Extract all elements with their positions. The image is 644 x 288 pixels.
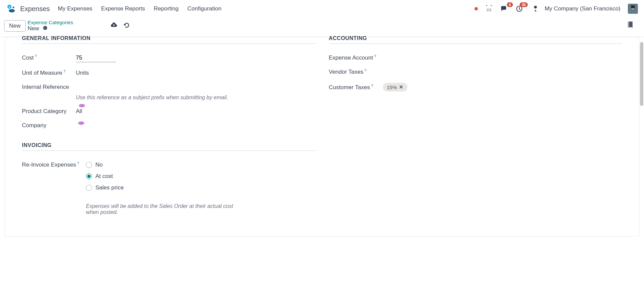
company-label: Company	[22, 122, 47, 129]
svg-text:$: $	[9, 5, 10, 8]
svg-rect-13	[631, 7, 635, 8]
svg-point-4	[487, 9, 488, 10]
recording-indicator-icon	[474, 7, 478, 10]
app-title[interactable]: Expenses	[20, 5, 50, 13]
tools-icon[interactable]	[530, 5, 537, 12]
control-bar: New Expense Categories New	[0, 17, 644, 37]
svg-point-8	[489, 10, 490, 11]
svg-point-9	[490, 10, 491, 11]
section-invoicing-title: INVOICING	[22, 142, 315, 151]
radio-no[interactable]	[86, 162, 92, 168]
internal-ref-label: Internal Reference	[22, 84, 69, 90]
top-navbar: $ Expenses My Expenses Expense Reports R…	[0, 0, 644, 17]
reinvoice-radio-group: No At cost Sales price Expenses will be …	[86, 161, 315, 215]
bookmark-icon[interactable]	[627, 22, 633, 30]
activities-badge: 36	[520, 2, 528, 7]
form-sheet: GENERAL INFORMATION Cost? Unit of Measur…	[5, 37, 639, 237]
uom-value[interactable]: Units	[76, 70, 315, 76]
svg-point-16	[78, 121, 84, 125]
vendor-taxes-label: Vendor Taxes	[329, 69, 364, 75]
radio-at-cost-label: At cost	[95, 173, 113, 180]
decorative-blob-icon	[79, 103, 85, 108]
cloud-save-icon[interactable]	[110, 22, 118, 29]
new-button[interactable]: New	[4, 20, 26, 32]
customer-tax-tag[interactable]: 15% ✕	[383, 83, 407, 92]
app-logo[interactable]: $	[6, 4, 16, 13]
help-icon[interactable]: ?	[77, 161, 79, 165]
breadcrumb-current: New	[28, 25, 39, 32]
help-icon[interactable]: ?	[374, 54, 376, 58]
nav-reporting[interactable]: Reporting	[154, 5, 179, 12]
internal-ref-hint: Use this reference as a subject prefix w…	[76, 95, 315, 101]
svg-point-6	[490, 9, 491, 10]
company-value[interactable]	[76, 122, 78, 129]
svg-point-7	[487, 10, 488, 11]
activities-icon[interactable]: 36	[516, 5, 523, 12]
help-icon[interactable]: ?	[35, 54, 37, 58]
cost-label: Cost	[22, 55, 34, 61]
breadcrumb-parent-link[interactable]: Expense Categories	[28, 20, 73, 25]
product-category-value[interactable]: All	[76, 108, 82, 114]
reinvoice-help-text: Expenses will be added to the Sales Orde…	[86, 203, 241, 215]
scrollbar-thumb[interactable]	[640, 42, 643, 106]
radio-no-label: No	[95, 161, 103, 168]
radio-sales-price[interactable]	[86, 185, 92, 191]
tag-remove-icon[interactable]: ✕	[399, 84, 403, 90]
svg-point-3	[13, 7, 14, 8]
svg-point-5	[489, 9, 490, 10]
customer-tax-tag-label: 15%	[387, 84, 397, 90]
messages-badge: 6	[507, 2, 513, 7]
svg-rect-14	[631, 5, 635, 7]
help-icon[interactable]: ?	[63, 69, 65, 73]
radio-sales-price-label: Sales price	[95, 184, 124, 191]
cost-input[interactable]	[76, 55, 116, 62]
discard-icon[interactable]	[124, 22, 130, 29]
messages-icon[interactable]: 6	[500, 5, 508, 12]
expense-account-label: Expense Account	[329, 55, 373, 61]
nav-expense-reports[interactable]: Expense Reports	[101, 5, 145, 12]
apps-icon[interactable]	[485, 5, 493, 12]
nav-my-expenses[interactable]: My Expenses	[58, 5, 92, 12]
company-selector[interactable]: My Company (San Francisco)	[545, 5, 620, 12]
user-avatar[interactable]	[628, 4, 638, 14]
svg-point-2	[9, 9, 15, 12]
section-accounting-title: ACCOUNTING	[329, 35, 622, 44]
uom-label: Unit of Measure	[22, 70, 62, 76]
main-nav: My Expenses Expense Reports Reporting Co…	[58, 5, 221, 12]
decorative-blob-icon	[78, 121, 85, 125]
help-icon[interactable]: ?	[364, 68, 366, 72]
svg-point-15	[79, 104, 85, 107]
gear-icon[interactable]	[42, 26, 48, 32]
nav-configuration[interactable]: Configuration	[187, 5, 221, 12]
customer-taxes-label: Customer Taxes	[329, 84, 370, 91]
reinvoice-label: Re-Invoice Expenses	[22, 161, 76, 168]
help-icon[interactable]: ?	[371, 84, 373, 88]
radio-at-cost[interactable]	[86, 173, 92, 179]
top-icon-tray: 6 36 My Company (San Francisco)	[474, 4, 638, 14]
product-category-label: Product Category	[22, 108, 66, 114]
section-general-title: GENERAL INFORMATION	[22, 35, 315, 44]
